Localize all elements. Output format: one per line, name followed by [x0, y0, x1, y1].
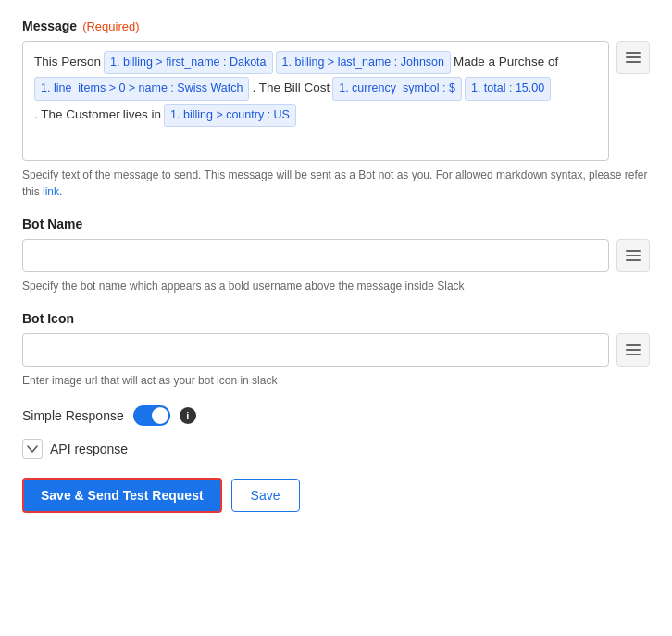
message-label: Message (Required)	[22, 19, 650, 33]
required-badge: (Required)	[82, 19, 139, 33]
menu-line-3	[626, 259, 641, 261]
tag-billing-country[interactable]: 1. billing > country : US	[164, 104, 296, 127]
api-response-label: API response	[50, 442, 128, 456]
api-response-row: API response	[22, 439, 650, 459]
menu-line-1	[626, 344, 641, 346]
bot-name-field-section: Bot Name Specify the bot name which appe…	[22, 217, 650, 294]
info-icon[interactable]: i	[180, 407, 196, 424]
message-box[interactable]: This Person 1. billing > first_name : Da…	[22, 41, 609, 161]
message-input-row: This Person 1. billing > first_name : Da…	[22, 41, 650, 161]
bot-icon-label: Bot Icon	[22, 311, 650, 326]
buttons-row: Save & Send Test Request Save	[22, 478, 650, 513]
tag-billing-last-name[interactable]: 1. billing > last_name : Johnson	[276, 51, 451, 74]
plain-text-the-customer: . The Customer	[34, 105, 120, 126]
plain-text-this-person: This Person	[34, 52, 101, 73]
tag-total[interactable]: 1. total : 15.00	[465, 77, 551, 100]
plain-text-bill-cost: . The Bill Cost	[252, 78, 330, 99]
chevron-down-svg	[27, 443, 38, 455]
tag-billing-first-name[interactable]: 1. billing > first_name : Dakota	[104, 51, 273, 74]
bot-icon-field-section: Bot Icon Enter image url that will act a…	[22, 311, 650, 389]
bot-name-menu-button[interactable]	[616, 239, 650, 272]
save-button[interactable]: Save	[231, 479, 300, 512]
bot-name-label-text: Bot Name	[22, 217, 82, 231]
message-hint: Specify text of the message to send. Thi…	[22, 167, 650, 200]
tag-line-items-name[interactable]: 1. line_items > 0 > name : Swiss Watch	[34, 77, 249, 100]
bot-icon-menu-button[interactable]	[616, 333, 650, 367]
menu-line-2	[626, 349, 641, 351]
bot-name-hint: Specify the bot name which appears as a …	[22, 278, 650, 294]
bot-name-input[interactable]	[22, 239, 609, 272]
bot-icon-hint-text: Enter image url that will act as your bo…	[22, 374, 277, 387]
message-hint-text: Specify text of the message to send. Thi…	[22, 168, 647, 198]
menu-line-2	[626, 255, 641, 256]
bot-name-input-row	[22, 239, 650, 272]
message-hint-link[interactable]: link.	[43, 185, 62, 198]
api-response-chevron[interactable]	[22, 439, 43, 459]
menu-line-3	[626, 61, 641, 63]
bot-name-hint-text: Specify the bot name which appears as a …	[22, 280, 465, 293]
simple-response-row: Simple Response i	[22, 405, 650, 426]
simple-response-toggle[interactable]	[133, 405, 170, 426]
menu-line-1	[626, 52, 641, 54]
menu-line-3	[626, 354, 641, 355]
bot-name-label: Bot Name	[22, 217, 650, 231]
bot-icon-input[interactable]	[22, 333, 609, 367]
message-label-text: Message	[22, 19, 77, 33]
message-field-section: Message (Required) This Person 1. billin…	[22, 19, 650, 200]
bot-icon-label-text: Bot Icon	[22, 311, 74, 326]
plain-text-lives-in: lives in	[123, 105, 161, 126]
menu-line-2	[626, 56, 641, 58]
bot-icon-input-row	[22, 333, 650, 367]
bot-icon-hint: Enter image url that will act as your bo…	[22, 372, 650, 389]
save-and-send-button[interactable]: Save & Send Test Request	[22, 478, 222, 513]
simple-response-label: Simple Response	[22, 408, 124, 423]
plain-text-made-purchase: Made a Purchse of	[454, 52, 558, 73]
menu-line-1	[626, 250, 641, 252]
message-menu-button[interactable]	[616, 41, 650, 74]
tag-currency-symbol[interactable]: 1. currency_symbol : $	[332, 77, 462, 100]
